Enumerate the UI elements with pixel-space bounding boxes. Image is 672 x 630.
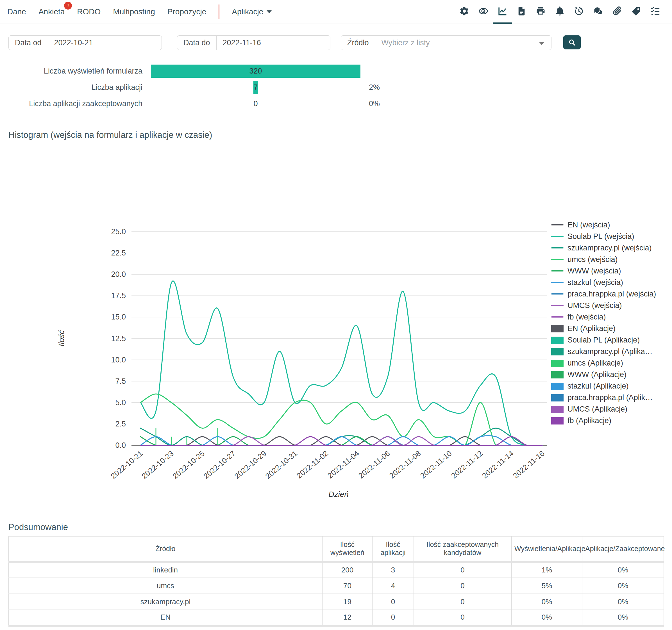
table-cell: 200 [322, 562, 373, 578]
toolbar-document-button[interactable] [512, 0, 531, 24]
legend-item[interactable]: szukampracy.pl (wejścia) [551, 243, 664, 254]
table-row: szukampracy.pl19000%0% [9, 594, 664, 610]
x-axis-label: Dzień [329, 490, 349, 499]
legend-label: umcs (Aplikacje) [568, 358, 623, 368]
legend-item[interactable]: fb (Aplikacje) [551, 415, 664, 427]
table-cell: 0% [511, 610, 582, 626]
legend-item[interactable]: EN (wejścia) [551, 220, 664, 231]
legend-item[interactable]: Soulab PL (Aplikacje) [551, 335, 664, 347]
y-tick-label: 5.0 [115, 398, 126, 407]
y-tick-label: 22.5 [111, 249, 126, 257]
legend-item[interactable]: stazkul (Aplikacje) [551, 381, 664, 393]
legend-item[interactable]: praca.hrappka.pl (Aplik… [551, 393, 664, 404]
legend-item[interactable]: stazkul (wejścia) [551, 277, 664, 289]
legend-swatch [551, 371, 563, 378]
legend-swatch [551, 270, 563, 272]
toolbar-chat-button[interactable] [588, 0, 607, 24]
nav-tab-label: Multiposting [113, 7, 155, 16]
legend-swatch [551, 348, 563, 355]
toolbar-paperclip-button[interactable] [607, 0, 626, 24]
search-icon [568, 39, 576, 46]
summary-column-header: Wyświetlenia/Aplikacje [511, 536, 582, 562]
nav-tab-label: Ankieta [39, 7, 65, 16]
toolbar-checklist-button[interactable] [646, 0, 665, 24]
x-tick-label: 2022-11-04 [326, 449, 361, 480]
funnel-row-label: Liczba wyświetleń formularza [0, 65, 142, 78]
x-tick-label: 2022-11-02 [295, 449, 330, 480]
date-to-label: Data do [177, 36, 217, 50]
toolbar-printer-button[interactable] [531, 0, 550, 24]
y-tick-label: 0.0 [115, 441, 126, 450]
table-cell: 0 [414, 562, 511, 578]
date-from-label: Data od [9, 36, 48, 50]
legend-item[interactable]: EN (Aplikacje) [551, 323, 664, 335]
series-line [141, 437, 542, 445]
legend-item[interactable]: WWW (wejścia) [551, 266, 664, 277]
legend-swatch [551, 336, 563, 344]
nav-tab-aplikacje[interactable]: Aplikacje [232, 7, 272, 16]
table-cell: EN [9, 610, 322, 626]
funnel-row-value: 0 [151, 97, 360, 110]
toolbar-gear-button[interactable] [455, 0, 474, 24]
nav-tab-dane[interactable]: Dane [7, 7, 26, 16]
y-tick-label: 15.0 [111, 313, 126, 321]
document-icon [517, 6, 527, 16]
y-tick-label: 10.0 [111, 356, 126, 364]
legend-label: EN (Aplikacje) [568, 323, 616, 333]
table-cell: 5% [511, 578, 582, 594]
legend-item[interactable]: szukampracy.pl (Aplika… [551, 347, 664, 358]
nav-tab-ankieta[interactable]: Ankieta! [39, 7, 65, 16]
summary-header-row: ŹródłoIlość wyświetleńIlość aplikacjiIlo… [9, 536, 664, 562]
nav-tab-propozycje[interactable]: Propozycje [167, 7, 207, 16]
y-tick-label: 20.0 [111, 270, 126, 278]
toolbar-eye-button[interactable] [474, 0, 493, 24]
funnel-row-percent: 2% [369, 81, 380, 94]
legend-label: stazkul (wejścia) [568, 277, 623, 287]
nav-tabs: DaneAnkieta!RODOMultipostingPropozycjeAp… [7, 4, 272, 19]
x-tick-label: 2022-10-27 [202, 449, 237, 481]
source-select[interactable]: Wybierz z listy [375, 36, 551, 50]
legend-swatch [551, 282, 563, 283]
legend-swatch [551, 360, 563, 367]
legend-item[interactable]: praca.hrappka.pl (wejścia) [551, 289, 664, 300]
toolbar-bell-button[interactable] [550, 0, 569, 24]
table-cell: 0 [414, 578, 511, 594]
legend-item[interactable]: UMCS (wejścia) [551, 300, 664, 312]
legend-label: szukampracy.pl (wejścia) [568, 243, 652, 253]
table-cell: 0 [373, 594, 414, 610]
source-label: Źródło [341, 36, 375, 50]
legend-item[interactable]: fb (wejścia) [551, 312, 664, 323]
y-tick-label: 7.5 [115, 377, 126, 385]
chart-legend: EN (wejścia)Soulab PL (wejścia)szukampra… [551, 220, 664, 427]
legend-item[interactable]: UMCS (Aplikacje) [551, 404, 664, 415]
legend-swatch [551, 224, 563, 225]
x-tick-label: 2022-11-14 [480, 449, 515, 480]
funnel-row-value: 7 [151, 81, 360, 94]
table-cell: 3 [373, 562, 414, 578]
paperclip-icon [612, 6, 622, 16]
legend-item[interactable]: Soulab PL (wejścia) [551, 231, 664, 243]
legend-swatch [551, 383, 563, 390]
funnel-row: Liczba wyświetleń formularza320 [0, 65, 672, 78]
funnel-row: Liczba aplikacji zaakceptowanych00% [0, 97, 672, 110]
table-row: EN12000%0% [9, 610, 664, 626]
table-cell: 70 [322, 578, 373, 594]
checklist-icon [650, 6, 661, 16]
date-from-input[interactable]: 2022-10-21 [48, 36, 162, 50]
legend-swatch [551, 294, 563, 295]
legend-label: UMCS (Aplikacje) [568, 404, 627, 414]
legend-label: stazkul (Aplikacje) [568, 381, 629, 391]
table-cell: 0% [511, 594, 582, 610]
toolbar-history-button[interactable] [569, 0, 588, 24]
legend-item[interactable]: umcs (Aplikacje) [551, 358, 664, 370]
date-to-input[interactable]: 2022-11-16 [217, 36, 330, 50]
nav-tab-multiposting[interactable]: Multiposting [113, 7, 155, 16]
legend-label: WWW (wejścia) [568, 266, 621, 276]
search-button[interactable] [563, 35, 581, 49]
legend-item[interactable]: umcs (wejścia) [551, 254, 664, 266]
toolbar-chart-line-button[interactable] [493, 0, 512, 24]
toolbar-tag-button[interactable] [626, 0, 646, 24]
chevron-down-icon[interactable] [539, 42, 545, 45]
nav-tab-rodo[interactable]: RODO [77, 7, 101, 16]
legend-item[interactable]: WWW (Aplikacje) [551, 370, 664, 381]
